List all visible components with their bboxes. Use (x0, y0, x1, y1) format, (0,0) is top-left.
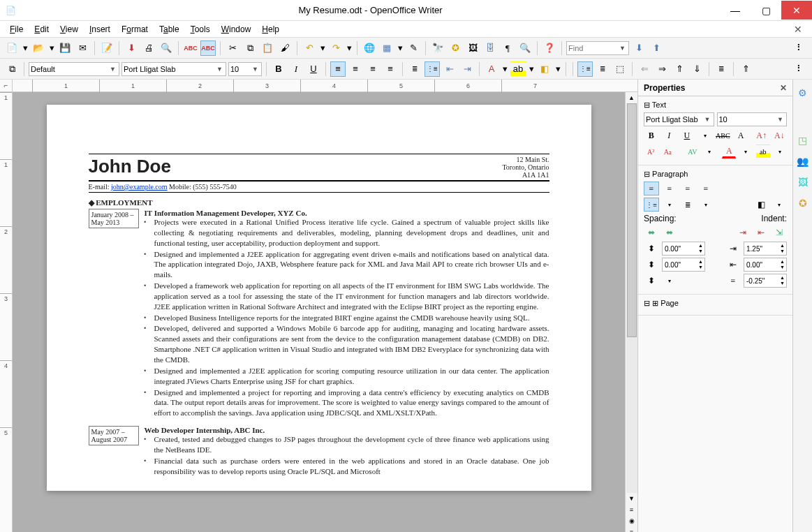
panel-bgcolor[interactable]: ◧ (753, 198, 769, 212)
next-page-button[interactable]: ≡ (626, 526, 637, 532)
align-left-button[interactable]: ≡ (330, 61, 346, 77)
panel-size-field[interactable]: ▼ (717, 112, 788, 126)
font-name-field[interactable]: ▼ (121, 62, 226, 76)
document-page[interactable]: John Doe 12 Main St. Toronto, Ontario A1… (47, 105, 591, 491)
zoom-button[interactable]: 🔍 (517, 40, 533, 56)
below-spacing-field[interactable]: ▲▼ (662, 258, 705, 272)
scroll-up-button[interactable]: ▲ (626, 92, 637, 103)
print-preview-button[interactable]: 🔍 (158, 40, 174, 56)
panel-strike-button[interactable]: ABC (715, 128, 730, 142)
increase-indent-button[interactable]: ⇥ (459, 61, 475, 77)
increase-indent-button2[interactable]: ⇥ (735, 226, 751, 239)
menu-help[interactable]: Help (258, 23, 283, 36)
panel-numbering[interactable]: ≣ (680, 198, 695, 212)
bullets-props-button[interactable]: ⇑ (738, 61, 753, 77)
italic-button[interactable]: I (288, 61, 304, 77)
find-field[interactable]: ▼ (566, 41, 629, 55)
chevron-down-icon[interactable]: ▼ (618, 45, 627, 52)
properties-tab-icon[interactable]: ⚙ (795, 85, 811, 101)
restart-numbering-button[interactable]: ≣ (714, 61, 729, 77)
panel-numbering-dropdown[interactable]: ▾ (698, 198, 714, 212)
help-button[interactable]: ❓ (542, 40, 557, 56)
tab-right-button[interactable]: ⇒ (654, 61, 670, 77)
decrease-indent-button[interactable]: ⇤ (442, 61, 457, 77)
toolbar2-overflow[interactable]: ⠇ (792, 61, 808, 77)
move-down-button[interactable]: ⬚ (612, 61, 628, 77)
panel-shadow-button[interactable]: A (733, 128, 748, 142)
menu-edit[interactable]: Edit (30, 23, 53, 36)
above-spacing-input[interactable] (663, 245, 697, 253)
panel-shrink-font-button[interactable]: A↓ (772, 128, 787, 142)
save-button[interactable]: 💾 (57, 40, 73, 56)
nav-object-button[interactable]: ◉ (626, 515, 637, 526)
menu-view[interactable]: View (56, 23, 82, 36)
before-indent-input[interactable] (744, 245, 778, 253)
new-dropdown[interactable]: ▾ (22, 40, 29, 56)
menu-format[interactable]: Format (117, 23, 152, 36)
email-button[interactable]: ✉ (75, 40, 90, 56)
horizontal-ruler[interactable]: ⌐ 11234567 (0, 80, 637, 92)
panel-italic-button[interactable]: I (662, 128, 677, 142)
panel-super-button[interactable]: A² (644, 145, 658, 158)
hyperlink-button[interactable]: 🌐 (362, 40, 377, 56)
align-right-button[interactable]: ≡ (365, 61, 381, 77)
paste-button[interactable]: 📋 (260, 40, 275, 56)
below-spacing-input[interactable] (663, 261, 697, 269)
navigator-tab-icon[interactable]: 🖼 (795, 175, 811, 190)
panel-align-center[interactable]: ≡ (662, 182, 677, 195)
panel-underline-button[interactable]: U (679, 128, 695, 142)
find-input[interactable] (568, 44, 618, 52)
panel-sub-button[interactable]: A₂ (660, 145, 674, 158)
panel-font-field[interactable]: ▼ (644, 112, 714, 126)
styles-tab-icon[interactable]: ◳ (795, 133, 811, 148)
functions-tab-icon[interactable]: ✪ (795, 195, 811, 211)
move-down-inner-button[interactable]: ⇓ (689, 61, 704, 77)
datasources-button[interactable]: 🗄 (482, 40, 498, 56)
menu-table[interactable]: Table (155, 23, 184, 36)
redo-dropdown[interactable]: ▾ (346, 40, 353, 56)
panel-fontcolor-dropdown[interactable]: ▾ (739, 145, 753, 158)
spellcheck-button[interactable]: ABC (183, 40, 198, 56)
increase-spacing-button[interactable]: ⬌ (644, 226, 659, 239)
font-color-dropdown[interactable]: ▾ (501, 61, 508, 77)
autospell-button[interactable]: ABC (200, 40, 216, 56)
panel-bullets[interactable]: ⋮≡ (644, 198, 659, 212)
nonprinting-button[interactable]: ¶ (500, 40, 515, 56)
underline-button[interactable]: U (306, 61, 321, 77)
find-prev-button[interactable]: ⬆ (649, 40, 664, 56)
firstline-indent-input[interactable] (744, 277, 778, 285)
font-name-input[interactable] (124, 65, 215, 73)
menu-insert[interactable]: Insert (85, 23, 115, 36)
font-size-field[interactable]: ▼ (228, 62, 262, 76)
maximize-button[interactable]: ▢ (751, 1, 781, 20)
font-color-button[interactable]: A (484, 61, 499, 77)
panel-size-input[interactable] (719, 115, 776, 124)
undo-button[interactable]: ↶ (302, 40, 317, 56)
panel-align-left[interactable]: ≡ (644, 182, 659, 195)
toolbar-overflow[interactable]: ⠇ (792, 40, 808, 56)
firstline-indent-field[interactable]: ▲▼ (744, 274, 787, 288)
bullets-button[interactable]: ⋮≡ (425, 61, 440, 77)
prev-page-button[interactable]: ≡ (626, 504, 637, 515)
panel-align-justify[interactable]: ≡ (698, 182, 714, 195)
font-size-input[interactable] (230, 65, 251, 73)
panel-spacing-dropdown[interactable]: ▾ (702, 145, 716, 158)
copy-button[interactable]: ⧉ (242, 40, 258, 56)
table-button[interactable]: ▦ (379, 40, 394, 56)
panel-close-button[interactable]: ✕ (780, 83, 787, 93)
decrease-spacing-button[interactable]: ⬌ (662, 226, 677, 239)
bg-color-button[interactable]: ◧ (537, 61, 552, 77)
panel-font-input[interactable] (646, 115, 703, 124)
chevron-down-icon[interactable]: ▼ (108, 66, 117, 73)
bg-color-dropdown[interactable]: ▾ (554, 61, 561, 77)
after-indent-field[interactable]: ▲▼ (744, 258, 787, 272)
find-next-button[interactable]: ⬇ (631, 40, 647, 56)
paragraph-style-field[interactable]: ▼ (29, 62, 119, 76)
close-button[interactable]: ✕ (781, 1, 812, 20)
print-button[interactable]: 🖨 (141, 40, 156, 56)
find-replace-button[interactable]: 🔭 (430, 40, 445, 56)
open-dropdown[interactable]: ▾ (48, 40, 55, 56)
new-button[interactable]: 📄 (4, 40, 20, 56)
open-button[interactable]: 📂 (31, 40, 46, 56)
chevron-down-icon[interactable]: ▼ (215, 66, 224, 73)
